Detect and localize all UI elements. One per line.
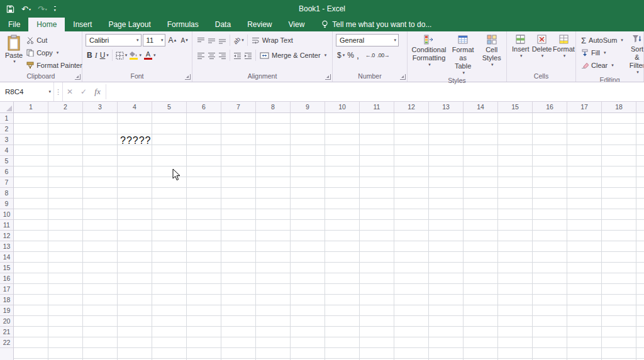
row-header[interactable]: 19 bbox=[0, 305, 13, 316]
column-header[interactable]: 6 bbox=[187, 102, 221, 112]
customize-quick-access-icon[interactable]: ▾ bbox=[54, 6, 56, 12]
align-right-button[interactable] bbox=[217, 49, 228, 62]
accounting-format-button[interactable]: $▾ bbox=[336, 49, 346, 62]
increase-font-size-button[interactable]: A▲ bbox=[167, 34, 178, 46]
increase-decimal-button[interactable]: ←.0 bbox=[364, 49, 376, 62]
alignment-dialog-launcher[interactable] bbox=[325, 74, 331, 80]
decrease-indent-button[interactable] bbox=[232, 49, 243, 62]
font-color-button[interactable]: A ▾ bbox=[143, 49, 157, 62]
tab-file[interactable]: File bbox=[0, 18, 28, 31]
enter-button[interactable]: ✓ bbox=[77, 82, 91, 101]
undo-icon[interactable]: ↶▾ bbox=[21, 4, 31, 14]
delete-cells-button[interactable]: Delete ▾ bbox=[531, 34, 553, 59]
fill-color-button[interactable]: ▾ bbox=[128, 49, 143, 62]
name-box[interactable]: R8C4 ▾ bbox=[0, 82, 54, 101]
format-cells-button[interactable]: Format ▾ bbox=[553, 34, 575, 59]
merge-center-button[interactable]: Merge & Center ▾ bbox=[258, 49, 328, 62]
borders-button[interactable]: ▾ bbox=[114, 49, 129, 62]
formula-bar-more-icon[interactable]: ⋮ bbox=[54, 82, 63, 101]
column-header[interactable]: 1 bbox=[14, 102, 48, 112]
row-header[interactable]: 14 bbox=[0, 252, 13, 263]
paste-button[interactable]: Paste ▾ bbox=[3, 34, 25, 65]
align-middle-button[interactable] bbox=[206, 34, 217, 46]
column-header[interactable]: 9 bbox=[291, 102, 325, 112]
insert-cells-button[interactable]: Insert ▾ bbox=[510, 34, 531, 59]
decrease-decimal-button[interactable]: .00→ bbox=[376, 49, 391, 62]
column-header[interactable]: 3 bbox=[83, 102, 118, 112]
column-header[interactable]: 8 bbox=[256, 102, 291, 112]
tab-review[interactable]: Review bbox=[239, 18, 280, 31]
row-header[interactable]: 8 bbox=[0, 188, 13, 199]
column-header[interactable]: 11 bbox=[360, 102, 394, 112]
column-header[interactable]: 14 bbox=[464, 102, 498, 112]
italic-button[interactable]: I bbox=[94, 49, 99, 62]
row-header[interactable]: 6 bbox=[0, 166, 13, 177]
row-header[interactable]: 2 bbox=[0, 124, 13, 134]
formula-input[interactable] bbox=[108, 82, 644, 101]
underline-button[interactable]: U▾ bbox=[99, 49, 110, 62]
row-header[interactable]: 5 bbox=[0, 156, 13, 166]
sort-filter-button[interactable]: Sort & Filter ▾ bbox=[628, 34, 644, 75]
column-header[interactable]: 15 bbox=[498, 102, 533, 112]
row-header[interactable]: 9 bbox=[0, 199, 13, 209]
column-header[interactable]: 4 bbox=[118, 102, 152, 112]
conditional-formatting-button[interactable]: Conditional Formatting ▾ bbox=[411, 34, 447, 68]
font-dialog-launcher[interactable] bbox=[185, 74, 191, 80]
row-header[interactable]: 4 bbox=[0, 145, 13, 156]
autosum-button[interactable]: Σ AutoSum ▾ bbox=[579, 34, 625, 46]
increase-indent-button[interactable] bbox=[243, 49, 253, 62]
number-format-combo[interactable]: General ▾ bbox=[336, 34, 399, 46]
column-header[interactable]: 16 bbox=[533, 102, 567, 112]
insert-function-button[interactable]: fx bbox=[91, 82, 104, 101]
row-header[interactable]: 12 bbox=[0, 231, 13, 241]
orientation-button[interactable]: ab▾ bbox=[232, 34, 245, 46]
decrease-font-size-button[interactable]: A▼ bbox=[179, 34, 190, 46]
tab-page-layout[interactable]: Page Layout bbox=[100, 18, 158, 31]
row-header[interactable]: 1 bbox=[0, 113, 13, 124]
row-header[interactable]: 21 bbox=[0, 327, 13, 337]
cell-styles-button[interactable]: Cell Styles ▾ bbox=[479, 34, 504, 68]
save-icon[interactable] bbox=[6, 5, 14, 13]
row-header[interactable]: 11 bbox=[0, 220, 13, 231]
cut-button[interactable]: Cut bbox=[25, 34, 84, 46]
comma-style-button[interactable]: , bbox=[355, 49, 360, 62]
row-header[interactable]: 16 bbox=[0, 273, 13, 284]
row-header[interactable]: 13 bbox=[0, 241, 13, 252]
align-center-button[interactable] bbox=[206, 49, 217, 62]
sheet-cells[interactable]: ????? bbox=[14, 113, 644, 360]
row-header[interactable]: 3 bbox=[0, 134, 13, 145]
select-all-corner[interactable] bbox=[0, 102, 14, 113]
format-painter-button[interactable]: Format Painter bbox=[25, 59, 84, 72]
copy-button[interactable]: Copy ▾ bbox=[25, 46, 84, 59]
number-dialog-launcher[interactable] bbox=[400, 74, 406, 80]
row-header[interactable]: 15 bbox=[0, 263, 13, 273]
fill-button[interactable]: Fill ▾ bbox=[579, 46, 625, 59]
column-header[interactable]: 5 bbox=[152, 102, 187, 112]
row-header[interactable]: 20 bbox=[0, 316, 13, 327]
row-header[interactable]: 18 bbox=[0, 295, 13, 305]
column-header[interactable]: 17 bbox=[567, 102, 602, 112]
tab-home[interactable]: Home bbox=[28, 18, 65, 31]
percent-style-button[interactable]: % bbox=[346, 49, 355, 62]
column-header[interactable]: 18 bbox=[602, 102, 636, 112]
font-size-combo[interactable]: 11 ▾ bbox=[143, 34, 166, 46]
wrap-text-button[interactable]: Wrap Text bbox=[250, 34, 295, 46]
tell-me-box[interactable]: Tell me what you want to do... bbox=[321, 18, 431, 31]
column-header[interactable]: 2 bbox=[48, 102, 83, 112]
clipboard-dialog-launcher[interactable] bbox=[75, 74, 80, 80]
cancel-button[interactable]: ✕ bbox=[63, 82, 77, 101]
align-left-button[interactable] bbox=[196, 49, 206, 62]
align-bottom-button[interactable] bbox=[217, 34, 228, 46]
column-header[interactable]: 13 bbox=[429, 102, 464, 112]
tab-formulas[interactable]: Formulas bbox=[159, 18, 207, 31]
row-header[interactable]: 10 bbox=[0, 209, 13, 220]
format-as-table-button[interactable]: Format as Table ▾ bbox=[447, 34, 479, 76]
clear-button[interactable]: Clear ▾ bbox=[579, 59, 625, 72]
column-header[interactable]: 10 bbox=[325, 102, 360, 112]
row-header[interactable]: 22 bbox=[0, 337, 13, 348]
column-header[interactable]: 7 bbox=[221, 102, 256, 112]
cell-content[interactable]: ????? bbox=[120, 135, 152, 146]
font-name-combo[interactable]: Calibri ▾ bbox=[86, 34, 142, 46]
align-top-button[interactable] bbox=[196, 34, 206, 46]
tab-view[interactable]: View bbox=[280, 18, 313, 31]
